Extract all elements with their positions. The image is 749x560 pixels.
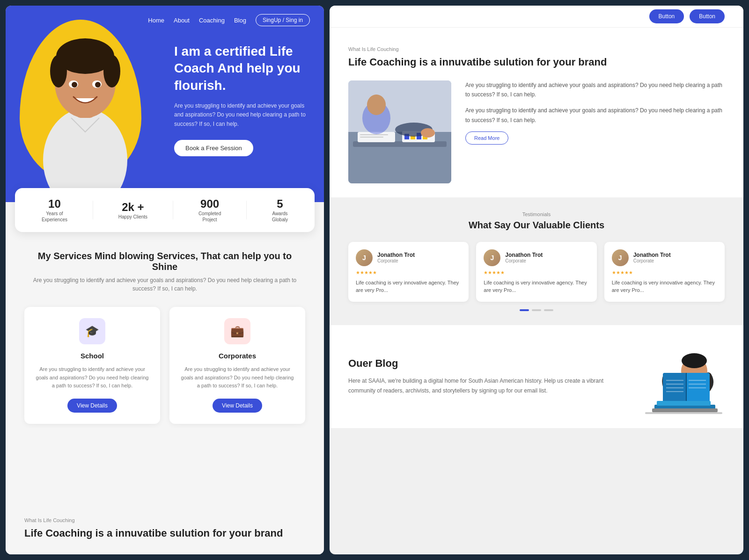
testimonial-header-3: J Jonathon Trot Corporate	[612, 249, 717, 266]
right-panel: Button Button What Is Life Couching Life…	[330, 6, 743, 554]
right-topbar: Button Button	[330, 6, 743, 28]
blog-section: Ouer Blog Here at SAAIA, we're building …	[330, 325, 743, 428]
testimonials-section: Testimonials What Say Our Valuable Clien…	[330, 197, 743, 325]
stat-clients: 2k + Happy Clients	[118, 201, 147, 220]
corporate-service-desc: Are you struggling to identify and achie…	[179, 365, 296, 390]
coaching-image	[348, 80, 451, 183]
blog-illustration	[640, 339, 725, 414]
coaching-text-1: Are you struggling to identify and achie…	[465, 80, 725, 100]
stat-clients-number: 2k +	[122, 201, 144, 213]
testimonials-tag: Testimonials	[348, 211, 725, 217]
school-service-name: School	[34, 352, 151, 360]
nav-coaching[interactable]: Coaching	[199, 17, 225, 24]
read-more-button[interactable]: Read More	[465, 131, 508, 145]
testimonial-text-3: Life coaching is very innovative agency.…	[612, 279, 717, 294]
svg-rect-15	[360, 137, 383, 138]
stars-2: ★★★★★	[484, 270, 589, 275]
services-subtitle: Are you struggling to identify and achie…	[24, 276, 305, 293]
nav-about[interactable]: About	[174, 17, 190, 24]
testimonial-header-1: J Jonathon Trot Corporate	[356, 249, 461, 266]
hero-person-image	[15, 10, 155, 197]
stat-divider-2	[173, 201, 173, 219]
coaching-text-2: Are you struggling to identify and achie…	[465, 106, 725, 125]
dot-2[interactable]	[532, 309, 541, 311]
coaching-section-tag: What Is Life Couching	[348, 46, 725, 52]
services-section: My Services Mind blowing Services, That …	[6, 232, 324, 503]
blog-description: Here at SAAIA, we're building a digital …	[348, 376, 626, 395]
nav-blog[interactable]: Blog	[234, 17, 246, 24]
testimonials-grid: J Jonathon Trot Corporate ★★★★★ Life coa…	[348, 242, 725, 302]
services-cards: 🎓 School Are you struggling to identify …	[24, 307, 305, 424]
coaching-section-title: Life Coaching is a innuvatibe sulution f…	[348, 56, 725, 69]
nav-links: Home About Coaching Blog SingUp / Sing i…	[148, 14, 310, 26]
topbar-btn-2[interactable]: Button	[690, 9, 725, 23]
stat-awards: 5 AwardsGlobaly	[272, 197, 288, 223]
reviewer-name-2: Jonathon Trot	[505, 252, 543, 258]
testimonials-title: What Say Our Valuable Clients	[348, 220, 725, 231]
avatar-2: J	[484, 249, 500, 266]
nav-home[interactable]: Home	[148, 17, 164, 24]
svg-point-24	[367, 95, 386, 115]
svg-rect-29	[663, 373, 686, 405]
person-svg	[24, 15, 146, 197]
hero-section: Home About Coaching Blog SingUp / Sing i…	[6, 6, 324, 202]
stat-exp-label: Years ofExperiences	[42, 211, 67, 223]
blog-content: Ouer Blog Here at SAAIA, we're building …	[348, 357, 626, 395]
left-panel: Home About Coaching Blog SingUp / Sing i…	[6, 6, 324, 554]
hero-subtitle: Are you struggling to identify and achie…	[174, 102, 315, 129]
stat-divider-3	[246, 201, 247, 219]
stat-exp-number: 10	[48, 197, 61, 210]
teaser-title: Life Coaching is a innuvatibe sulution f…	[24, 527, 305, 540]
svg-point-22	[421, 128, 435, 138]
stat-divider-1	[93, 201, 93, 219]
navigation: Home About Coaching Blog SingUp / Sing i…	[6, 6, 324, 35]
stars-1: ★★★★★	[356, 270, 461, 275]
nav-signup[interactable]: SingUp / Sing in	[256, 14, 310, 26]
reviewer-name-1: Jonathon Trot	[377, 252, 415, 258]
svg-point-0	[43, 109, 127, 197]
dot-3[interactable]	[544, 309, 553, 311]
corporate-icon: 💼	[224, 318, 250, 344]
testimonial-card-1: J Jonathon Trot Corporate ★★★★★ Life coa…	[348, 242, 469, 302]
corporate-service-name: Corporates	[179, 352, 296, 360]
book-session-button[interactable]: Book a Free Session	[174, 140, 253, 156]
reviewer-role-3: Corporate	[633, 258, 671, 263]
svg-point-9	[95, 82, 101, 87]
topbar-btn-1[interactable]: Button	[649, 9, 684, 23]
service-card-school: 🎓 School Are you struggling to identify …	[24, 307, 160, 424]
testimonial-header-2: J Jonathon Trot Corporate	[484, 249, 589, 266]
svg-rect-40	[652, 408, 718, 412]
testimonial-text-1: Life coaching is very innovative agency.…	[356, 279, 461, 294]
avatar-1: J	[356, 249, 373, 266]
stat-experience: 10 Years ofExperiences	[42, 197, 67, 223]
coaching-info-section: What Is Life Couching Life Coaching is a…	[330, 28, 743, 197]
school-service-desc: Are you struggling to identify and achie…	[34, 365, 151, 390]
reader-svg	[640, 339, 725, 414]
hero-content: I am a certified Life Coach And help you…	[174, 43, 315, 156]
teaser-tag: What Is Life Couching	[24, 517, 305, 523]
svg-point-4	[50, 55, 67, 87]
svg-point-5	[103, 55, 120, 87]
stat-projects-number: 900	[200, 197, 219, 210]
stat-awards-label: AwardsGlobaly	[272, 211, 288, 223]
testimonial-card-2: J Jonathon Trot Corporate ★★★★★ Life coa…	[476, 242, 596, 302]
hero-title: I am a certified Life Coach And help you…	[174, 43, 315, 94]
blog-title: Ouer Blog	[348, 357, 626, 370]
testimonial-card-3: J Jonathon Trot Corporate ★★★★★ Life coa…	[604, 242, 725, 302]
stars-3: ★★★★★	[612, 270, 717, 275]
coaching-text: Are you struggling to identify and achie…	[465, 80, 725, 145]
school-icon: 🎓	[79, 318, 105, 344]
testimonial-text-2: Life coaching is very innovative agency.…	[484, 279, 589, 294]
coaching-teaser: What Is Life Couching Life Coaching is a…	[6, 503, 324, 554]
pagination-dots	[348, 309, 725, 311]
school-view-details-button[interactable]: View Details	[67, 399, 117, 413]
coaching-layout: Are you struggling to identify and achie…	[348, 80, 725, 183]
reviewer-role-1: Corporate	[377, 258, 415, 263]
avatar-3: J	[612, 249, 629, 266]
stat-clients-label: Happy Clients	[118, 214, 147, 220]
corporate-view-details-button[interactable]: View Details	[213, 399, 262, 413]
svg-point-27	[682, 353, 707, 368]
dot-active[interactable]	[520, 309, 529, 311]
reviewer-name-3: Jonathon Trot	[633, 252, 671, 258]
svg-rect-14	[360, 134, 388, 135]
